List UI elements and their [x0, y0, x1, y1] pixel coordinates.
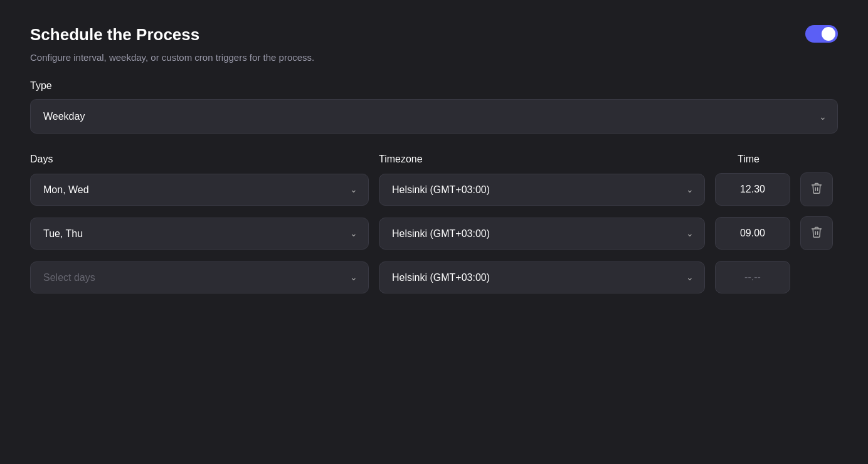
days-select-2[interactable]: Tue, Thu Mon Tue Wed Thu Fri [30, 218, 369, 250]
timezone-select-wrapper-2: Helsinki (GMT+03:00) UTC (GMT+00:00) Lon… [379, 218, 705, 250]
days-select-1[interactable]: Mon, Wed Mon Tue Wed Thu Fri [30, 174, 369, 206]
delete-button-2[interactable] [800, 216, 833, 250]
timezone-select-3[interactable]: Helsinki (GMT+03:00) UTC (GMT+00:00) Lon… [379, 261, 705, 293]
page-subtitle: Configure interval, weekday, or custom c… [30, 52, 838, 63]
type-select-wrapper: Weekday Interval Custom Cron ⌄ [30, 99, 838, 134]
timezone-select-1[interactable]: Helsinki (GMT+03:00) UTC (GMT+00:00) Lon… [379, 174, 705, 206]
trash-icon-1 [810, 182, 823, 198]
trash-icon-2 [810, 226, 823, 241]
days-column-label: Days [30, 154, 369, 165]
header-row: Schedule the Process [30, 25, 838, 45]
delete-button-1[interactable] [800, 172, 833, 206]
days-select-wrapper-1: Mon, Wed Mon Tue Wed Thu Fri ⌄ [30, 174, 369, 206]
days-select-wrapper-3: Select days Mon Tue Wed Thu Fri ⌄ [30, 261, 369, 293]
schedule-toggle[interactable] [805, 25, 838, 43]
days-select-wrapper-2: Tue, Thu Mon Tue Wed Thu Fri ⌄ [30, 218, 369, 250]
timezone-column-label: Timezone [379, 154, 728, 165]
type-select[interactable]: Weekday Interval Custom Cron [30, 99, 838, 134]
schedule-row-placeholder: Select days Mon Tue Wed Thu Fri ⌄ Helsin… [30, 260, 838, 294]
time-column-label: Time [738, 154, 838, 165]
page-title: Schedule the Process [30, 25, 199, 45]
schedule-row: Mon, Wed Mon Tue Wed Thu Fri ⌄ Helsinki … [30, 172, 838, 206]
column-headers: Days Timezone Time [30, 154, 838, 165]
schedule-row: Tue, Thu Mon Tue Wed Thu Fri ⌄ Helsinki … [30, 216, 838, 250]
time-input-2[interactable] [715, 217, 790, 250]
time-input-3[interactable] [715, 261, 790, 293]
type-label: Type [30, 80, 838, 92]
type-section: Type Weekday Interval Custom Cron ⌄ [30, 80, 838, 134]
timezone-select-wrapper-3: Helsinki (GMT+03:00) UTC (GMT+00:00) Lon… [379, 261, 705, 293]
time-input-1[interactable] [715, 173, 790, 206]
timezone-select-2[interactable]: Helsinki (GMT+03:00) UTC (GMT+00:00) Lon… [379, 218, 705, 250]
days-select-3[interactable]: Select days Mon Tue Wed Thu Fri [30, 261, 369, 293]
toggle-wrapper[interactable] [805, 25, 838, 43]
timezone-select-wrapper-1: Helsinki (GMT+03:00) UTC (GMT+00:00) Lon… [379, 174, 705, 206]
